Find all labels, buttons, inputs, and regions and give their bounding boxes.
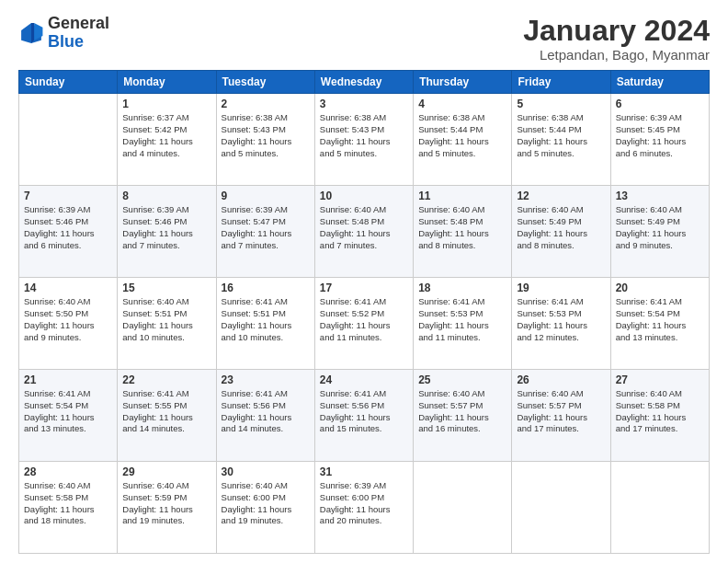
table-row: 18Sunrise: 6:41 AM Sunset: 5:53 PM Dayli… xyxy=(414,278,512,370)
day-info: Sunrise: 6:41 AM Sunset: 5:53 PM Dayligh… xyxy=(517,296,605,343)
table-row: 8Sunrise: 6:39 AM Sunset: 5:46 PM Daylig… xyxy=(118,186,216,278)
day-number: 21 xyxy=(24,373,112,386)
day-info: Sunrise: 6:41 AM Sunset: 5:54 PM Dayligh… xyxy=(24,388,112,435)
svg-marker-2 xyxy=(31,23,34,43)
calendar-table: SundayMondayTuesdayWednesdayThursdayFrid… xyxy=(18,70,710,554)
calendar-header-row: SundayMondayTuesdayWednesdayThursdayFrid… xyxy=(19,71,710,94)
day-info: Sunrise: 6:40 AM Sunset: 5:57 PM Dayligh… xyxy=(418,388,506,435)
table-row: 9Sunrise: 6:39 AM Sunset: 5:47 PM Daylig… xyxy=(216,186,314,278)
day-info: Sunrise: 6:40 AM Sunset: 5:58 PM Dayligh… xyxy=(24,480,112,527)
day-number: 14 xyxy=(24,282,112,294)
day-number: 25 xyxy=(418,373,506,386)
day-info: Sunrise: 6:39 AM Sunset: 5:47 PM Dayligh… xyxy=(222,204,310,251)
day-info: Sunrise: 6:38 AM Sunset: 5:43 PM Dayligh… xyxy=(320,112,408,159)
day-number: 19 xyxy=(517,282,605,294)
calendar-week-row: 14Sunrise: 6:40 AM Sunset: 5:50 PM Dayli… xyxy=(19,278,710,370)
table-row: 4Sunrise: 6:38 AM Sunset: 5:44 PM Daylig… xyxy=(414,94,512,186)
table-row: 21Sunrise: 6:41 AM Sunset: 5:54 PM Dayli… xyxy=(19,370,118,462)
day-info: Sunrise: 6:39 AM Sunset: 5:45 PM Dayligh… xyxy=(616,112,704,159)
day-number: 22 xyxy=(122,373,210,386)
day-number: 12 xyxy=(517,190,605,202)
day-number: 6 xyxy=(616,98,704,110)
table-row xyxy=(414,462,512,554)
day-info: Sunrise: 6:40 AM Sunset: 5:50 PM Dayligh… xyxy=(24,296,112,343)
table-row xyxy=(19,94,118,186)
day-info: Sunrise: 6:41 AM Sunset: 5:56 PM Dayligh… xyxy=(320,388,408,435)
day-number: 20 xyxy=(616,282,704,294)
page: General Blue January 2024 Letpandan, Bag… xyxy=(0,0,728,563)
calendar-header-monday: Monday xyxy=(118,71,216,94)
day-number: 10 xyxy=(320,190,408,202)
day-info: Sunrise: 6:38 AM Sunset: 5:44 PM Dayligh… xyxy=(418,112,506,159)
main-title: January 2024 xyxy=(523,15,710,47)
day-info: Sunrise: 6:39 AM Sunset: 6:00 PM Dayligh… xyxy=(320,480,408,527)
day-number: 7 xyxy=(24,190,112,202)
table-row: 10Sunrise: 6:40 AM Sunset: 5:48 PM Dayli… xyxy=(314,186,413,278)
day-info: Sunrise: 6:39 AM Sunset: 5:46 PM Dayligh… xyxy=(24,204,112,251)
logo-text: General Blue xyxy=(48,15,109,52)
table-row: 26Sunrise: 6:40 AM Sunset: 5:57 PM Dayli… xyxy=(512,370,610,462)
day-info: Sunrise: 6:40 AM Sunset: 5:58 PM Dayligh… xyxy=(616,388,704,435)
calendar-week-row: 28Sunrise: 6:40 AM Sunset: 5:58 PM Dayli… xyxy=(19,462,710,554)
table-row: 11Sunrise: 6:40 AM Sunset: 5:48 PM Dayli… xyxy=(414,186,512,278)
calendar-header-thursday: Thursday xyxy=(414,71,512,94)
day-number: 27 xyxy=(616,373,704,386)
day-info: Sunrise: 6:37 AM Sunset: 5:42 PM Dayligh… xyxy=(122,112,210,159)
table-row xyxy=(610,462,709,554)
day-info: Sunrise: 6:40 AM Sunset: 6:00 PM Dayligh… xyxy=(222,480,310,527)
day-info: Sunrise: 6:40 AM Sunset: 5:59 PM Dayligh… xyxy=(122,480,210,527)
day-number: 31 xyxy=(320,465,408,478)
table-row: 20Sunrise: 6:41 AM Sunset: 5:54 PM Dayli… xyxy=(610,278,709,370)
day-info: Sunrise: 6:40 AM Sunset: 5:49 PM Dayligh… xyxy=(616,204,704,251)
day-number: 24 xyxy=(320,373,408,386)
day-number: 8 xyxy=(122,190,210,202)
day-number: 30 xyxy=(222,465,310,478)
table-row: 19Sunrise: 6:41 AM Sunset: 5:53 PM Dayli… xyxy=(512,278,610,370)
table-row: 5Sunrise: 6:38 AM Sunset: 5:44 PM Daylig… xyxy=(512,94,610,186)
table-row: 22Sunrise: 6:41 AM Sunset: 5:55 PM Dayli… xyxy=(118,370,216,462)
header: General Blue January 2024 Letpandan, Bag… xyxy=(18,15,710,63)
day-info: Sunrise: 6:40 AM Sunset: 5:57 PM Dayligh… xyxy=(517,388,605,435)
day-number: 2 xyxy=(222,98,310,110)
table-row: 2Sunrise: 6:38 AM Sunset: 5:43 PM Daylig… xyxy=(216,94,314,186)
day-info: Sunrise: 6:41 AM Sunset: 5:56 PM Dayligh… xyxy=(222,388,310,435)
logo-general: General xyxy=(48,15,109,33)
logo-blue: Blue xyxy=(48,33,109,52)
day-number: 23 xyxy=(222,373,310,386)
day-info: Sunrise: 6:41 AM Sunset: 5:54 PM Dayligh… xyxy=(616,296,704,343)
day-number: 1 xyxy=(122,98,210,110)
logo-icon xyxy=(18,20,44,46)
day-number: 16 xyxy=(222,282,310,294)
table-row: 28Sunrise: 6:40 AM Sunset: 5:58 PM Dayli… xyxy=(19,462,118,554)
day-info: Sunrise: 6:40 AM Sunset: 5:48 PM Dayligh… xyxy=(320,204,408,251)
logo: General Blue xyxy=(18,15,109,52)
day-info: Sunrise: 6:41 AM Sunset: 5:53 PM Dayligh… xyxy=(418,296,506,343)
table-row: 15Sunrise: 6:40 AM Sunset: 5:51 PM Dayli… xyxy=(118,278,216,370)
day-number: 17 xyxy=(320,282,408,294)
day-number: 13 xyxy=(616,190,704,202)
table-row: 13Sunrise: 6:40 AM Sunset: 5:49 PM Dayli… xyxy=(610,186,709,278)
table-row: 1Sunrise: 6:37 AM Sunset: 5:42 PM Daylig… xyxy=(118,94,216,186)
day-number: 9 xyxy=(222,190,310,202)
day-number: 11 xyxy=(418,190,506,202)
day-info: Sunrise: 6:40 AM Sunset: 5:49 PM Dayligh… xyxy=(517,204,605,251)
day-number: 18 xyxy=(418,282,506,294)
day-number: 15 xyxy=(122,282,210,294)
table-row: 24Sunrise: 6:41 AM Sunset: 5:56 PM Dayli… xyxy=(314,370,413,462)
table-row: 27Sunrise: 6:40 AM Sunset: 5:58 PM Dayli… xyxy=(610,370,709,462)
calendar-week-row: 7Sunrise: 6:39 AM Sunset: 5:46 PM Daylig… xyxy=(19,186,710,278)
svg-marker-1 xyxy=(34,23,42,40)
day-number: 28 xyxy=(24,465,112,478)
table-row: 30Sunrise: 6:40 AM Sunset: 6:00 PM Dayli… xyxy=(216,462,314,554)
table-row: 14Sunrise: 6:40 AM Sunset: 5:50 PM Dayli… xyxy=(19,278,118,370)
table-row: 12Sunrise: 6:40 AM Sunset: 5:49 PM Dayli… xyxy=(512,186,610,278)
day-info: Sunrise: 6:39 AM Sunset: 5:46 PM Dayligh… xyxy=(122,204,210,251)
calendar-header-wednesday: Wednesday xyxy=(314,71,413,94)
table-row: 17Sunrise: 6:41 AM Sunset: 5:52 PM Dayli… xyxy=(314,278,413,370)
table-row: 3Sunrise: 6:38 AM Sunset: 5:43 PM Daylig… xyxy=(314,94,413,186)
calendar-week-row: 21Sunrise: 6:41 AM Sunset: 5:54 PM Dayli… xyxy=(19,370,710,462)
calendar-header-saturday: Saturday xyxy=(610,71,709,94)
table-row: 29Sunrise: 6:40 AM Sunset: 5:59 PM Dayli… xyxy=(118,462,216,554)
day-number: 3 xyxy=(320,98,408,110)
subtitle: Letpandan, Bago, Myanmar xyxy=(523,47,710,63)
